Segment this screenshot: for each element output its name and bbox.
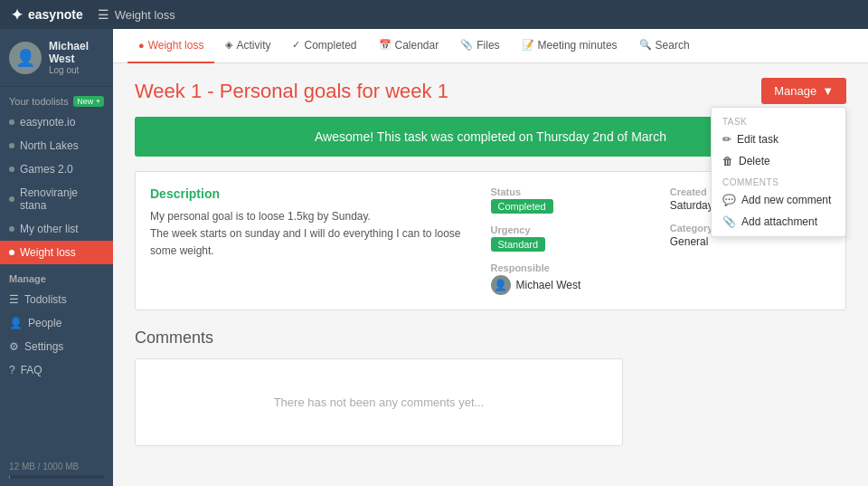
urgency-label: Urgency	[491, 224, 652, 235]
sidebar-footer: 12 MB / 1000 MB	[0, 454, 113, 486]
responsible-avatar: 👤	[491, 275, 511, 295]
responsible-user: 👤 Michael West	[491, 275, 652, 295]
task-meta-status: Status Completed Urgency Standard Respon…	[491, 186, 652, 295]
logo-icon: ✦	[11, 6, 23, 24]
main-content: ● Weight loss ◈ Activity ✓ Completed 📅 C…	[113, 29, 868, 486]
manage-item-label: FAQ	[21, 364, 42, 376]
dropdown-edit-task[interactable]: ✏ Edit task	[712, 129, 845, 150]
sidebar-manage-people[interactable]: 👤 People	[0, 311, 113, 335]
tab-completed[interactable]: ✓ Completed	[281, 29, 367, 63]
brand[interactable]: ✦ easynote	[11, 6, 83, 24]
tab-completed-icon: ✓	[292, 39, 300, 51]
people-icon: 👤	[9, 317, 23, 329]
tab-activity-icon: ◈	[225, 39, 232, 51]
new-badge: New +	[73, 96, 104, 107]
sidebar-item-easynote[interactable]: easynote.io	[0, 110, 113, 134]
status-badge: Completed	[491, 199, 553, 214]
todolists-section-label: Your todolists New +	[0, 87, 113, 110]
tab-calendar-label: Calendar	[395, 39, 439, 52]
tab-completed-label: Completed	[304, 39, 356, 52]
attachment-icon: 📎	[722, 215, 736, 228]
week-goal: Personal goals for week 1	[220, 80, 448, 102]
dropdown-task-label: Task	[712, 111, 845, 129]
dropdown-add-comment[interactable]: 💬 Add new comment	[712, 189, 845, 211]
tab-weight-loss[interactable]: ● Weight loss	[127, 29, 214, 63]
tab-meeting-minutes[interactable]: 📝 Meeting minutes	[511, 29, 628, 63]
avatar: 👤	[9, 42, 42, 74]
tab-weight-loss-label: Weight loss	[148, 39, 204, 52]
dropdown-add-attachment[interactable]: 📎 Add attachment	[712, 211, 845, 233]
tab-meeting-label: Meeting minutes	[538, 39, 618, 52]
dropdown-edit-label: Edit task	[737, 133, 778, 146]
storage-label: 12 MB / 1000 MB	[9, 462, 104, 472]
sidebar-item-renoviranje[interactable]: Renoviranje stana	[0, 181, 113, 217]
status-group: Status Completed	[491, 186, 652, 214]
navbar-title-text: Weight loss	[115, 8, 175, 22]
main-layout: 👤 Michael West Log out Your todolists Ne…	[0, 29, 868, 486]
storage-bar	[9, 475, 104, 479]
tab-activity[interactable]: ◈ Activity	[214, 29, 281, 63]
navbar: ✦ easynote ☰ Weight loss	[0, 0, 868, 29]
week-header: Week 1 - Personal goals for week 1 Manag…	[135, 78, 846, 104]
sidebar-item-north-lakes[interactable]: North Lakes	[0, 134, 113, 157]
dropdown-menu: Task ✏ Edit task 🗑 Delete Comments 💬	[711, 107, 846, 237]
edit-icon: ✏	[722, 133, 731, 146]
sidebar-item-label: Weight loss	[20, 246, 76, 259]
manage-container: Manage ▼ Task ✏ Edit task 🗑 Delete	[761, 78, 846, 104]
manage-button[interactable]: Manage ▼	[761, 78, 846, 104]
sidebar-manage-todolists[interactable]: ☰ Todolists	[0, 288, 113, 311]
tab-activity-label: Activity	[236, 39, 270, 52]
manage-section-label: Manage	[0, 264, 113, 288]
tab-weight-loss-icon: ●	[138, 40, 145, 51]
sidebar-item-label: Games 2.0	[20, 163, 73, 176]
faq-icon: ?	[9, 364, 15, 376]
user-info: Michael West Log out	[49, 40, 104, 75]
tab-files[interactable]: 📎 Files	[449, 29, 510, 63]
dot-icon	[9, 167, 14, 172]
dropdown-delete-label: Delete	[739, 155, 770, 167]
logout-link[interactable]: Log out	[49, 65, 104, 75]
dropdown-comments-label: Comments	[712, 172, 845, 189]
comments-title: Comments	[135, 329, 846, 348]
tab-calendar[interactable]: 📅 Calendar	[368, 29, 450, 63]
brand-name: easynote	[28, 7, 83, 22]
tab-search[interactable]: 🔍 Search	[628, 29, 701, 63]
sidebar-manage-faq[interactable]: ? FAQ	[0, 358, 113, 382]
urgency-group: Urgency Standard	[491, 224, 652, 252]
sidebar-item-label: North Lakes	[20, 139, 79, 152]
navbar-page-title: ☰ Weight loss	[98, 7, 175, 22]
tab-meeting-icon: 📝	[522, 39, 534, 51]
sidebar-item-weight-loss[interactable]: Weight loss	[0, 241, 113, 264]
tab-files-label: Files	[476, 39, 499, 52]
comments-empty: There has not been any comments yet...	[135, 358, 623, 446]
responsible-group: Responsible 👤 Michael West	[491, 262, 652, 295]
sidebar-item-games[interactable]: Games 2.0	[0, 157, 113, 181]
tab-search-label: Search	[656, 39, 690, 52]
responsible-label: Responsible	[491, 262, 652, 273]
task-description: Description My personal goal is to loose…	[150, 186, 473, 295]
manage-item-label: Todolists	[24, 293, 67, 306]
storage-fill	[9, 475, 10, 479]
dropdown-add-comment-label: Add new comment	[741, 194, 831, 206]
dropdown-delete[interactable]: 🗑 Delete	[712, 150, 845, 172]
dot-icon	[9, 119, 14, 125]
tab-files-icon: 📎	[460, 39, 473, 51]
dot-icon	[9, 226, 14, 232]
sidebar-user: 👤 Michael West Log out	[0, 29, 113, 87]
sidebar-manage-settings[interactable]: ⚙ Settings	[0, 335, 113, 358]
sidebar-item-label: My other list	[20, 223, 79, 235]
manage-item-label: Settings	[24, 340, 63, 353]
week-title: Week 1 - Personal goals for week 1	[135, 80, 448, 103]
tab-calendar-icon: 📅	[379, 39, 392, 51]
sidebar-item-my-other[interactable]: My other list	[0, 217, 113, 241]
responsible-name: Michael West	[516, 279, 581, 291]
hamburger-icon: ☰	[98, 7, 109, 22]
page-content: Week 1 - Personal goals for week 1 Manag…	[113, 63, 868, 461]
sidebar: 👤 Michael West Log out Your todolists Ne…	[0, 29, 113, 486]
sidebar-item-label: easynote.io	[20, 116, 75, 129]
manage-button-arrow: ▼	[822, 84, 834, 98]
user-name: Michael West	[49, 40, 104, 65]
comments-section: Comments There has not been any comments…	[135, 329, 846, 446]
description-line1: My personal goal is to loose 1.5kg by Su…	[150, 208, 473, 225]
manage-button-label: Manage	[774, 84, 816, 98]
